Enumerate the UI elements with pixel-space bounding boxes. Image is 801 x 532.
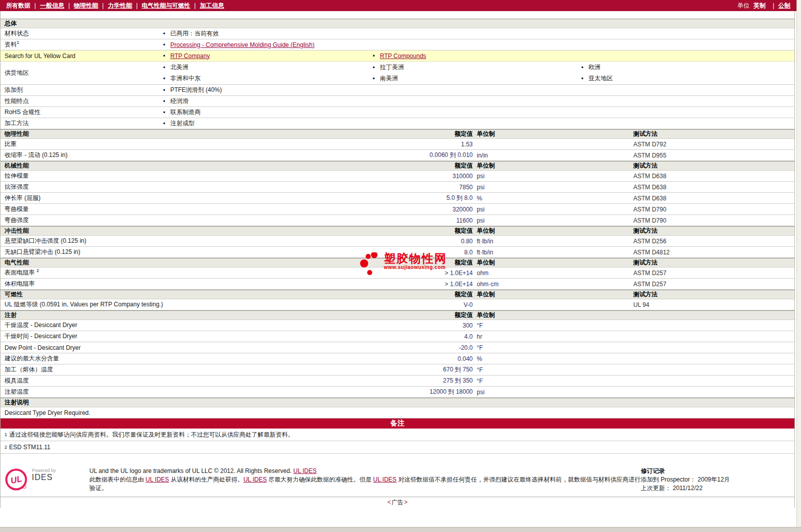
property-method: ASTM D790 <box>633 206 794 213</box>
vertical-scrollbar[interactable] <box>796 0 801 527</box>
section-title: 冲击性能 <box>1 227 374 235</box>
row-label: 材料状态 <box>1 29 163 38</box>
yellow-card-company-link[interactable]: RTP Company <box>170 52 210 60</box>
ad-bracket: > <box>404 499 408 506</box>
yellow-card-compounds-link[interactable]: RTP Compounds <box>380 52 426 60</box>
resource-link[interactable]: Processing - Comprehensive Molding Guide… <box>170 41 314 48</box>
ad-bracket: < <box>387 499 391 506</box>
ul-ides-link[interactable]: UL IDES <box>145 476 169 483</box>
property-row: 悬壁梁缺口冲击强度 (0.125 in) 0.80 ft·lb/in ASTM … <box>1 236 794 247</box>
row-processing-method: 加工方法 注射成型 <box>1 118 794 129</box>
property-unit: psi <box>473 206 633 213</box>
row-value: 联系制造商 <box>163 108 373 117</box>
col-header-method: 测试方法 <box>633 162 794 170</box>
ul-ides-link[interactable]: UL IDES <box>293 467 317 474</box>
row-label: 加工方法 <box>1 119 163 128</box>
property-row: Dew Point - Desiccant Dryer -20.0 °F <box>1 342 794 353</box>
property-value: > 1.0E+14 <box>374 281 473 288</box>
nav-link-mechanical[interactable]: 力学性能 <box>108 2 132 10</box>
property-method: ASTM D638 <box>633 184 794 191</box>
revision-added-label: 添加到 Prospector： <box>641 476 696 483</box>
property-value: 7850 <box>374 184 473 191</box>
property-value: 0.80 <box>374 238 473 245</box>
property-unit: hr <box>473 333 633 340</box>
footnote-marker: 1 <box>17 40 19 45</box>
section-title: 机械性能 <box>1 162 374 170</box>
top-nav: 所有数据 | 一般信息 | 物理性能 | 力学性能 | 电气性能与可燃性 | 加… <box>0 0 796 11</box>
availability-item: 南美洲 <box>373 74 581 83</box>
nav-separator: | <box>34 2 36 9</box>
row-label-text: 资料 <box>5 41 17 48</box>
ad-link[interactable]: <广告> <box>387 498 408 507</box>
property-method: ASTM D638 <box>633 173 794 180</box>
nav-separator: | <box>136 2 137 9</box>
property-unit: ohm·cm <box>473 281 633 288</box>
property-unit: °F <box>473 344 633 351</box>
property-method: ASTM D638 <box>633 195 794 202</box>
property-value: 4.0 <box>374 333 473 340</box>
property-value: 300 <box>374 322 473 329</box>
unit-metric-link[interactable]: 公制 <box>778 2 790 10</box>
section-header-general: 总体 <box>1 19 794 28</box>
property-value: > 1.0E+14 <box>374 270 473 277</box>
property-label-text: 表面电阻率 <box>5 269 35 276</box>
row-features: 性能特点 经润滑 <box>1 96 794 107</box>
property-unit: psi <box>473 173 633 180</box>
col-header-value: 额定值 <box>374 227 473 235</box>
footer-disclaimer-text: 此数据表中的信息由 <box>89 476 145 483</box>
row-resources: 资料1 Processing - Comprehensive Molding G… <box>1 39 794 50</box>
property-row: 拉伸模量 310000 psi ASTM D638 <box>1 171 794 182</box>
section-header-flammability: 可燃性 额定值 单位制 测试方法 <box>1 290 794 299</box>
property-method: ASTM D790 <box>633 217 794 224</box>
nav-link-physical[interactable]: 物理性能 <box>74 2 98 10</box>
nav-separator: | <box>194 2 196 9</box>
ad-zone: <广告> <box>1 497 794 508</box>
property-unit: % <box>473 195 633 202</box>
unit-imperial-active: 英制 <box>754 2 766 10</box>
footer-disclaimer-text: 尽最大努力确保此数据的准确性。但是 <box>267 476 373 483</box>
property-value: 275 到 350 <box>374 377 473 385</box>
property-label: 无缺口悬臂梁冲击 (0.125 in) <box>1 248 374 256</box>
footer-disclaimer-text: 从该材料的生产商处获得。 <box>169 476 243 483</box>
property-unit: °F <box>473 378 633 385</box>
row-label: RoHS 合规性 <box>1 108 163 117</box>
nav-link-electrical-flammability[interactable]: 电气性能与可燃性 <box>142 2 190 10</box>
spacer-row <box>1 11 794 19</box>
footer-disclaimer: UL and the UL logo are trademarks of UL … <box>89 467 641 493</box>
ul-logo-icon: UL <box>5 468 28 491</box>
col-header-value: 额定值 <box>374 311 473 320</box>
units-label: 单位 <box>737 2 749 10</box>
nav-link-general-info[interactable]: 一般信息 <box>40 2 64 10</box>
property-unit: ft·lb/in <box>473 249 633 256</box>
row-value: 注射成型 <box>163 119 373 128</box>
property-value: 12000 到 18000 <box>374 388 473 396</box>
property-unit: psi <box>473 389 633 396</box>
row-ul-yellow-card: Search for UL Yellow Card RTP Company RT… <box>1 50 794 62</box>
col-header-method: 测试方法 <box>633 258 794 267</box>
property-row: 干燥温度 - Desiccant Dryer 300 °F <box>1 320 794 331</box>
injection-note-text: Desiccant Type Dryer Required. <box>5 409 90 416</box>
property-row: 伸长率 (屈服) 5.0 到 8.0 % ASTM D638 <box>1 193 794 204</box>
availability-item: 拉丁美洲 <box>373 63 581 72</box>
ul-ides-link[interactable]: UL IDES <box>243 476 267 483</box>
section-header-electrical: 电气性能 额定值 单位制 测试方法 <box>1 258 794 268</box>
ul-ides-link[interactable]: UL IDES <box>373 476 396 483</box>
property-method: ASTM D955 <box>633 152 794 159</box>
row-value: PTFE润滑剂 (40%) <box>163 86 373 94</box>
row-value: 经润滑 <box>163 97 373 105</box>
col-header-unit: 单位制 <box>473 130 633 138</box>
col-header-unit: 单位制 <box>473 311 633 320</box>
property-method: ASTM D792 <box>633 141 794 148</box>
nav-item-all-data[interactable]: 所有数据 <box>6 2 30 10</box>
col-header-unit: 单位制 <box>473 290 633 299</box>
nav-link-processing[interactable]: 加工信息 <box>200 2 224 10</box>
property-label: 收缩率 - 流动 (0.125 in) <box>1 151 374 159</box>
section-title: 注射说明 <box>5 398 29 407</box>
col-header-value: 额定值 <box>374 130 473 138</box>
property-label: Dew Point - Desiccant Dryer <box>1 344 374 351</box>
property-row: 体积电阻率 > 1.0E+14 ohm·cm ASTM D257 <box>1 279 794 290</box>
col-header-unit: 单位制 <box>473 227 633 235</box>
revision-header: 修订记录 <box>641 467 790 475</box>
revision-record: 修订记录 添加到 Prospector： 2009年12月 上次更新： 2011… <box>641 467 790 493</box>
row-label: Search for UL Yellow Card <box>1 52 163 60</box>
